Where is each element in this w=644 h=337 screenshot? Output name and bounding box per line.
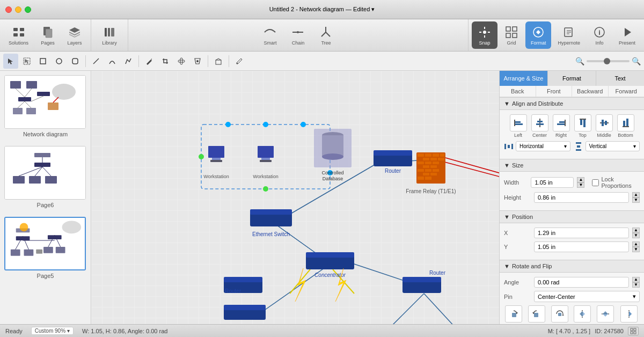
container-tool[interactable] xyxy=(211,54,226,69)
pen-tool[interactable] xyxy=(142,54,157,69)
curve-tool[interactable] xyxy=(105,54,120,69)
width-row: Width ▲ ▼ Lock Proportions xyxy=(504,176,640,189)
flip-button[interactable]: Flip xyxy=(574,305,591,324)
smart-connector-button[interactable]: Smart xyxy=(257,21,283,49)
angle-row: Angle ▲ ▼ xyxy=(504,277,640,288)
distribute-h-dropdown[interactable]: Horizontal ▾ xyxy=(516,141,570,151)
page-thumbnail-page6[interactable]: Page6 xyxy=(0,142,91,213)
layers-button[interactable]: Layers xyxy=(62,21,87,49)
layers-label: Layers xyxy=(68,40,82,46)
page-thumbnail-page5[interactable]: Page5 xyxy=(0,213,91,283)
width-input[interactable] xyxy=(531,177,574,188)
rotate-flip-header[interactable]: ▼ Rotate and Flip xyxy=(500,260,644,273)
y-decrement-button[interactable]: ▼ xyxy=(632,247,640,252)
align-middle-button[interactable]: Middle xyxy=(596,114,613,138)
align-distribute-header[interactable]: ▼ Align and Distribute xyxy=(500,97,644,110)
maximize-button[interactable] xyxy=(25,6,31,13)
format-button[interactable]: Format xyxy=(525,21,552,49)
ellipse-tool[interactable] xyxy=(52,54,67,69)
page-thumbnail-network-diagram[interactable]: Network diagram xyxy=(0,71,91,142)
angle-input[interactable] xyxy=(534,277,629,288)
library-button[interactable]: Library xyxy=(97,21,122,49)
grid-button[interactable]: Grid xyxy=(499,21,524,49)
svg-rect-10 xyxy=(108,28,110,36)
arrange-size-tab[interactable]: Arrange & Size xyxy=(500,71,548,86)
pin-dropdown[interactable]: Center-Center ▾ xyxy=(534,291,640,302)
x-input[interactable] xyxy=(534,228,629,238)
zoom-slider[interactable] xyxy=(587,60,630,62)
page-thumbnail-page6-image xyxy=(4,146,86,200)
align-right-button[interactable]: Right xyxy=(553,114,570,138)
svg-line-46 xyxy=(53,97,58,102)
height-increment-button[interactable]: ▲ xyxy=(632,192,640,197)
solutions-button[interactable]: Solutions xyxy=(3,21,34,49)
y-input[interactable] xyxy=(534,241,629,252)
svg-rect-120 xyxy=(425,162,431,164)
rotate-90ccw-button[interactable]: 90° CCW xyxy=(528,305,545,324)
width-increment-button[interactable]: ▲ xyxy=(577,177,584,182)
rotate-90cw-button[interactable]: 90° CW xyxy=(505,305,522,324)
transform-tool[interactable] xyxy=(190,54,205,69)
zoom-dropdown[interactable]: Custom 90% ▾ xyxy=(31,327,74,335)
hypernote-button[interactable]: Hypernote xyxy=(552,21,586,49)
align-bottom-button[interactable]: Bottom xyxy=(617,114,634,138)
angle-increment-button[interactable]: ▲ xyxy=(632,277,640,282)
align-distribute-label: Align and Distribute xyxy=(512,100,563,107)
poly-tool[interactable] xyxy=(121,54,136,69)
height-input[interactable] xyxy=(534,192,629,203)
size-header[interactable]: ▼ Size xyxy=(500,159,644,172)
distribute-v-dropdown[interactable]: Vertical ▾ xyxy=(586,141,640,151)
height-decrement-button[interactable]: ▼ xyxy=(632,197,640,203)
tools-separator-4 xyxy=(229,55,229,67)
svg-rect-196 xyxy=(511,144,513,149)
svg-rect-26 xyxy=(72,58,78,64)
chain-connector-button[interactable]: Chain xyxy=(285,21,311,49)
select-all-tool[interactable] xyxy=(19,54,34,69)
solutions-label: Solutions xyxy=(9,40,28,46)
text-tab[interactable]: Text xyxy=(596,71,644,86)
rotate-180-button[interactable]: 180° xyxy=(551,305,568,324)
format-tab[interactable]: Format xyxy=(548,71,596,86)
fit-page-button[interactable] xyxy=(628,327,639,335)
shape-tool[interactable] xyxy=(174,54,189,69)
line-tool[interactable] xyxy=(89,54,104,69)
snap-button[interactable]: Snap xyxy=(472,21,497,49)
x-decrement-button[interactable]: ▼ xyxy=(632,233,640,238)
rounded-rect-tool[interactable] xyxy=(68,54,83,69)
flip-horizontal-button[interactable]: Horizontal xyxy=(619,305,639,324)
svg-rect-180 xyxy=(537,121,543,122)
canvas-area[interactable]: Ethernet Switch Router Concentrator Rout… xyxy=(91,71,499,324)
select-tool[interactable] xyxy=(3,54,18,69)
svg-point-68 xyxy=(62,221,82,234)
minimize-button[interactable] xyxy=(15,6,21,13)
width-decrement-button[interactable]: ▼ xyxy=(577,182,584,188)
backward-button[interactable]: Backward xyxy=(572,86,609,97)
pages-button[interactable]: Pages xyxy=(35,21,61,49)
eyedropper-tool[interactable] xyxy=(232,54,247,69)
svg-line-86 xyxy=(389,294,424,324)
flip-vertical-button[interactable]: Vertical xyxy=(597,305,614,324)
align-center-button[interactable]: Center xyxy=(531,114,548,138)
tree-connector-button[interactable]: Tree xyxy=(313,21,339,49)
present-button[interactable]: Present xyxy=(613,21,641,49)
align-left-button[interactable]: Left xyxy=(510,114,527,138)
align-top-button[interactable]: Top xyxy=(574,114,591,138)
back-button[interactable]: Back xyxy=(500,86,536,97)
x-increment-button[interactable]: ▲ xyxy=(632,228,640,233)
close-button[interactable] xyxy=(5,6,12,13)
forward-button[interactable]: Forward xyxy=(609,86,645,97)
front-button[interactable]: Front xyxy=(536,86,573,97)
rect-tool[interactable] xyxy=(35,54,50,69)
crop-tool[interactable] xyxy=(158,54,173,69)
zoom-out-button[interactable]: 🔍 xyxy=(575,57,584,65)
svg-text:Router: Router xyxy=(225,288,241,294)
angle-decrement-button[interactable]: ▼ xyxy=(632,282,640,288)
diagram-canvas[interactable]: Ethernet Switch Router Concentrator Rout… xyxy=(91,71,499,324)
zoom-in-button[interactable]: 🔍 xyxy=(632,57,641,65)
info-button[interactable]: i Info xyxy=(587,21,612,49)
position-header[interactable]: ▼ Position xyxy=(500,210,644,223)
chain-icon xyxy=(290,25,305,40)
y-increment-button[interactable]: ▲ xyxy=(632,241,640,247)
snap-label: Snap xyxy=(479,40,490,46)
lock-proportions-checkbox[interactable] xyxy=(592,179,599,186)
